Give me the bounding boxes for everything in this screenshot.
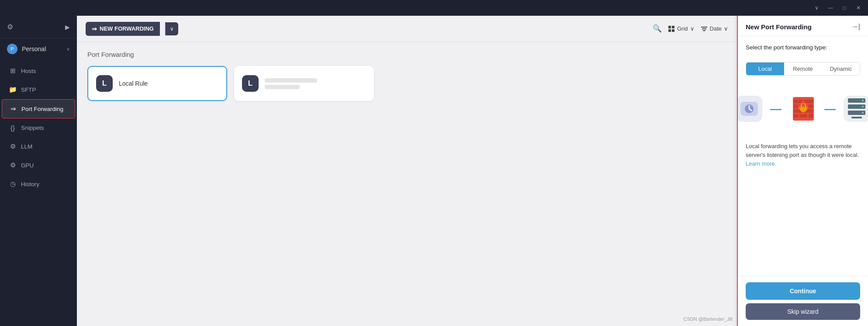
sidebar-item-gpu[interactable]: ⚙ GPU	[2, 156, 75, 174]
port-forwarding-icon: ⇒	[9, 105, 17, 113]
panel-footer: Continue Skip wizard	[738, 276, 868, 326]
local-machine-icon	[738, 96, 762, 122]
sidebar-item-snippets[interactable]: {} Snippets	[2, 119, 75, 137]
right-panel: New Port Forwarding →| Select the port f…	[737, 16, 868, 326]
svg-point-21	[862, 100, 864, 101]
learn-more-link[interactable]: Learn more.	[746, 160, 776, 167]
card-blurred-content	[265, 78, 317, 89]
skip-wizard-button[interactable]: Skip wizard	[746, 303, 860, 320]
remote-server-icon	[844, 96, 868, 122]
new-forwarding-icon: ⇒	[92, 25, 97, 32]
tab-dynamic[interactable]: Dynamic	[822, 62, 860, 75]
new-forwarding-dropdown-button[interactable]: ∨	[165, 22, 178, 35]
new-forwarding-label: NEW FORWARDING	[100, 25, 154, 32]
sidebar-item-sftp[interactable]: 📁 SFTP	[2, 80, 75, 99]
search-icon: 🔍	[653, 24, 662, 33]
card-avatar: L	[242, 75, 259, 92]
svg-rect-4	[701, 27, 707, 28]
svg-rect-2	[668, 29, 671, 32]
maximize-btn[interactable]: □	[838, 3, 851, 13]
firewall-icon	[790, 96, 816, 122]
sidebar-item-hosts[interactable]: ⊞ Hosts	[2, 62, 75, 80]
watermark: CSDN @Bartender_Jill	[683, 316, 733, 322]
toolbar-right: 🔍 Grid ∨ Date ∨	[653, 24, 728, 33]
hosts-icon: ⊞	[9, 67, 17, 75]
tab-remote[interactable]: Remote	[784, 62, 822, 75]
sidebar-nav: ⊞ Hosts 📁 SFTP ⇒ Port Forwarding {} Snip…	[0, 59, 77, 326]
panel-close-button[interactable]: →|	[851, 23, 860, 31]
sidebar-item-label: GPU	[21, 162, 34, 169]
diagram-area: —	[746, 83, 860, 135]
dash-separator: —	[770, 102, 782, 116]
llm-icon: ⚙	[9, 142, 17, 150]
firewall-svg	[792, 96, 815, 121]
date-chevron-icon: ∨	[724, 25, 728, 32]
svg-rect-17	[794, 114, 798, 118]
sidebar-item-history[interactable]: ◷ History	[2, 175, 75, 193]
grid-view-button[interactable]: Grid ∨	[668, 25, 695, 32]
svg-rect-5	[702, 28, 706, 29]
svg-rect-10	[794, 100, 802, 103]
svg-point-25	[862, 112, 864, 114]
card-blurred[interactable]: L	[234, 66, 374, 101]
sidebar-item-label: Snippets	[21, 125, 44, 131]
blur-line-2	[265, 85, 300, 89]
date-sort-button[interactable]: Date ∨	[701, 25, 728, 32]
panel-description: Local forwarding lets you access a remot…	[746, 142, 860, 168]
server-svg	[847, 97, 866, 120]
sidebar-profile[interactable]: P Personal ∨	[0, 38, 77, 59]
date-label: Date	[710, 25, 722, 32]
sidebar-item-label: LLM	[21, 143, 32, 150]
history-icon: ◷	[9, 180, 17, 188]
svg-point-23	[862, 106, 864, 108]
content-area: Port Forwarding L Local Rule L	[77, 42, 737, 326]
gpu-icon: ⚙	[9, 161, 17, 169]
main-content: ⇒ NEW FORWARDING ∨ 🔍 Grid ∨ Date ∨	[77, 16, 737, 326]
snippets-icon: {}	[9, 124, 17, 132]
dash-separator-2: —	[824, 102, 836, 116]
sidebar-item-port-forwarding[interactable]: ⇒ Port Forwarding	[2, 99, 75, 118]
panel-title: New Port Forwarding	[746, 23, 812, 31]
search-button[interactable]: 🔍	[653, 24, 662, 33]
svg-rect-26	[851, 117, 862, 118]
svg-rect-1	[672, 26, 674, 28]
tab-local[interactable]: Local	[746, 62, 784, 75]
sort-icon	[701, 25, 708, 32]
gear-icon: ⚙	[7, 23, 13, 31]
title-bar-controls: ∨ — □ ✕	[810, 3, 865, 13]
server-box	[844, 96, 868, 122]
minimize-btn[interactable]: —	[824, 3, 837, 13]
sidebar-header: ⚙ ▶	[0, 16, 77, 38]
avatar: P	[7, 44, 17, 54]
continue-button[interactable]: Continue	[746, 282, 860, 300]
chevron-down-icon: ∨	[66, 46, 70, 52]
toolbar: ⇒ NEW FORWARDING ∨ 🔍 Grid ∨ Date ∨	[77, 16, 737, 42]
clock-cloud-icon	[739, 98, 760, 119]
svg-rect-12	[794, 104, 798, 108]
blur-line-1	[265, 78, 317, 83]
svg-rect-3	[672, 29, 674, 32]
sidebar-item-label: Hosts	[21, 68, 36, 74]
panel-body: Select the port forwarding type: Local R…	[738, 36, 868, 276]
panel-header: New Port Forwarding →|	[738, 16, 868, 36]
new-forwarding-button[interactable]: ⇒ NEW FORWARDING	[86, 22, 160, 36]
close-btn[interactable]: ✕	[852, 3, 865, 13]
svg-rect-6	[703, 30, 705, 31]
title-bar: ∨ — □ ✕	[0, 0, 868, 16]
card-label: Local Rule	[119, 80, 148, 87]
grid-icon	[668, 25, 675, 32]
cards-grid: L Local Rule L	[87, 66, 726, 101]
app-body: ⚙ ▶ P Personal ∨ ⊞ Hosts 📁 SFTP ⇒ Port F…	[0, 16, 868, 326]
svg-rect-14	[809, 104, 813, 108]
grid-chevron-icon: ∨	[690, 25, 695, 32]
svg-rect-19	[809, 114, 813, 118]
chevron-down-btn[interactable]: ∨	[810, 3, 823, 13]
sidebar-item-llm[interactable]: ⚙ LLM	[2, 137, 75, 156]
card-local-rule[interactable]: L Local Rule	[87, 66, 227, 101]
svg-rect-11	[804, 100, 813, 103]
svg-rect-0	[668, 26, 671, 28]
firewall-box	[790, 96, 816, 122]
sidebar-item-label: Port Forwarding	[21, 106, 63, 112]
sidebar: ⚙ ▶ P Personal ∨ ⊞ Hosts 📁 SFTP ⇒ Port F…	[0, 16, 77, 326]
select-type-label: Select the port forwarding type:	[746, 44, 860, 51]
